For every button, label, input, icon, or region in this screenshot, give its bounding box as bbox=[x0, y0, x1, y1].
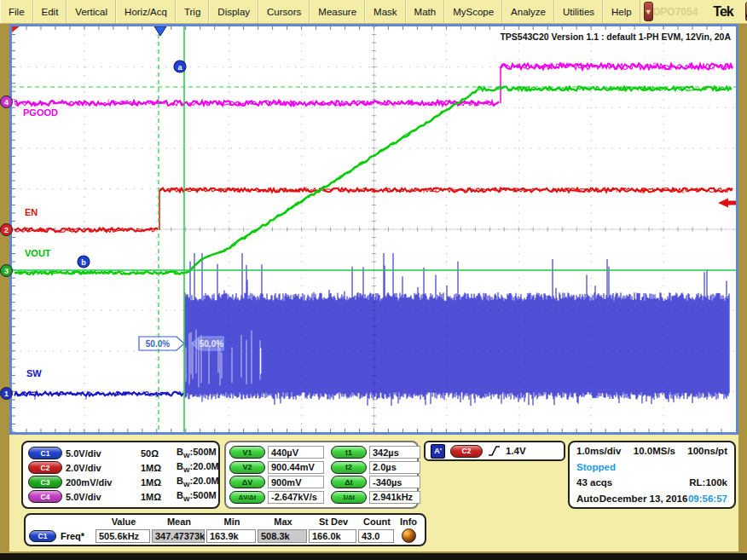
channel-setting-row-c4: C45.0V/div1MΩBW:500M bbox=[28, 489, 219, 504]
cursor-value: 900mV bbox=[268, 476, 324, 488]
menu-item-edit[interactable]: Edit bbox=[33, 0, 67, 23]
channel-settings-panel: C15.0V/div50ΩBW:500MC22.0V/div1MΩBW:20.0… bbox=[21, 441, 220, 509]
channel-impedance: 1MΩ bbox=[141, 477, 177, 488]
horizontal-info-panel: 1.0ms/div 10.0MS/s 100ns/pt Stopped 43 a… bbox=[568, 441, 736, 509]
cursor-row-voltage: ΔV900mV bbox=[229, 475, 324, 490]
cursor-value: 342µs bbox=[369, 446, 420, 459]
channel-pill-c1[interactable]: C1 bbox=[28, 447, 62, 459]
corner-marker bbox=[12, 26, 20, 32]
measurement-stdev: 166.0k bbox=[309, 529, 356, 543]
channel-1-badge[interactable]: 1 bbox=[0, 387, 13, 400]
measurement-header-spacer bbox=[29, 517, 96, 528]
measurement-header-value: Value bbox=[96, 517, 152, 528]
menu-item-trig[interactable]: Trig bbox=[176, 0, 209, 23]
channel-scale: 5.0V/div bbox=[66, 448, 141, 459]
trigger-mode: Auto bbox=[576, 494, 599, 504]
trigger-position-marker[interactable] bbox=[154, 26, 166, 36]
cursor-pill: t1 bbox=[331, 446, 367, 459]
measurement-source: C1 Freq* bbox=[29, 530, 96, 542]
cursor-value: 2.0µs bbox=[369, 461, 420, 474]
menu-item-analyze[interactable]: Analyze bbox=[502, 0, 554, 23]
trigger-level-value: 1.4V bbox=[506, 446, 526, 456]
cursor-time-column: t1342µst22.0µsΔt-340µs1/Δt2.941kHz bbox=[331, 445, 420, 505]
menu-item-myscope[interactable]: MyScope bbox=[444, 0, 502, 23]
channel-2-badge[interactable]: 2 bbox=[0, 223, 13, 236]
cursor-value: -340µs bbox=[369, 476, 420, 488]
menu-item-vertical[interactable]: Vertical bbox=[67, 0, 116, 23]
cursor-row-voltage: ΔV/Δt-2.647kV/s bbox=[229, 490, 324, 505]
measurement-header-st-dev: St Dev bbox=[309, 517, 358, 528]
bottom-bezel bbox=[0, 553, 747, 560]
resolution-value: 100ns/pt bbox=[687, 446, 727, 456]
cursor-row-time: 1/Δt2.941kHz bbox=[331, 490, 420, 505]
trace-label-pgood: PGOOD bbox=[23, 107, 58, 118]
channel-3-badge[interactable]: 3 bbox=[0, 264, 13, 277]
measurement-header-info: Info bbox=[396, 517, 421, 528]
cursor-value: -2.647kV/s bbox=[268, 491, 324, 504]
trigger-level-arrow[interactable] bbox=[718, 199, 736, 208]
channel-impedance: 1MΩ bbox=[141, 492, 177, 502]
channel-setting-row-c2: C22.0V/div1MΩBW:20.0M bbox=[28, 460, 219, 475]
cursor-b-label: b bbox=[81, 258, 86, 267]
scope-model-label: DPO7054 bbox=[653, 6, 698, 18]
trace-label-sw: SW bbox=[26, 368, 42, 378]
cursor-pill: 1/Δt bbox=[331, 491, 367, 504]
channel-4-badge[interactable]: 4 bbox=[0, 95, 13, 108]
measurement-table-row: C1 Freq* 505.6kHz 347.47373k 163.9k 508.… bbox=[29, 528, 421, 543]
cursor-row-voltage: V1440µV bbox=[229, 445, 324, 460]
cursor-pill: V1 bbox=[229, 446, 265, 459]
screen-annotation: TPS543C20 Version 1.1 : default 1-PH EVM… bbox=[500, 32, 731, 42]
channel-pill-c4[interactable]: C4 bbox=[28, 490, 62, 503]
measurement-count: 43.0 bbox=[358, 529, 394, 543]
trigger-a-icon: A' bbox=[431, 444, 445, 459]
measurement-table: ValueMeanMinMaxSt DevCountInfo C1 Freq* … bbox=[24, 513, 426, 546]
channel-setting-row-c3: C3200mV/div1MΩBW:20.0M bbox=[28, 475, 219, 489]
menu-item-display[interactable]: Display bbox=[209, 0, 258, 23]
date-value: December 13, 2016 bbox=[599, 494, 688, 504]
cursor-pill: V2 bbox=[229, 461, 265, 474]
menu-item-cursors[interactable]: Cursors bbox=[258, 0, 310, 23]
cursor-callout-left-label: 50.0% bbox=[146, 339, 170, 349]
time-value: 09:56:57 bbox=[688, 494, 727, 504]
measurement-channel-pill: C1 bbox=[29, 530, 56, 542]
measurement-info-icon[interactable] bbox=[402, 528, 416, 543]
cursor-value: 2.941kHz bbox=[369, 491, 420, 504]
cursor-value: 900.44mV bbox=[268, 461, 324, 474]
cursor-pill: Δt bbox=[331, 476, 367, 488]
cursor-pill: ΔV/Δt bbox=[229, 491, 265, 504]
menu-overflow-button[interactable]: ▼ bbox=[644, 2, 653, 21]
cursor-callout-right-label: 50.0% bbox=[200, 339, 223, 349]
waveform-display[interactable]: 50.0% 50.0% a b PGOOD EN VOUT SW TPS543C… bbox=[9, 24, 738, 435]
timebase-value: 1.0ms/div bbox=[576, 446, 621, 456]
cursor-readout-panel: V1440µVV2900.44mVΔV900mVΔV/Δt-2.647kV/s … bbox=[224, 441, 419, 509]
channel-scale: 5.0V/div bbox=[66, 492, 141, 502]
channel-pill-c3[interactable]: C3 bbox=[28, 476, 62, 488]
cursor-row-voltage: V2900.44mV bbox=[229, 460, 324, 476]
measurement-max: 508.3k bbox=[258, 529, 307, 543]
measurement-table-header: ValueMeanMinMaxSt DevCountInfo bbox=[29, 517, 421, 528]
measurement-header-mean: Mean bbox=[152, 517, 206, 528]
menu-item-file[interactable]: File bbox=[0, 0, 33, 23]
cursor-voltage-column: V1440µVV2900.44mVΔV900mVΔV/Δt-2.647kV/s bbox=[229, 445, 324, 505]
measurement-mean: 347.47373k bbox=[152, 529, 205, 543]
menu-item-help[interactable]: Help bbox=[603, 0, 640, 23]
channel-impedance: 1MΩ bbox=[141, 463, 177, 473]
sample-rate-value: 10.0MS/s bbox=[634, 446, 675, 456]
menu-item-utilities[interactable]: Utilities bbox=[554, 0, 603, 23]
channel-scale: 2.0V/div bbox=[66, 463, 141, 473]
menu-item-math[interactable]: Math bbox=[406, 0, 445, 23]
cursor-pill: t2 bbox=[331, 461, 367, 474]
measurement-header-min: Min bbox=[206, 517, 258, 528]
cursor-row-time: Δt-340µs bbox=[331, 475, 420, 490]
menu-item-horiz-acq[interactable]: Horiz/Acq bbox=[116, 0, 176, 23]
menu-item-measure[interactable]: Measure bbox=[310, 0, 365, 23]
trace-label-en: EN bbox=[25, 207, 38, 217]
scope-graticule[interactable]: 50.0% 50.0% a b PGOOD EN VOUT SW TPS543C… bbox=[12, 26, 736, 432]
channel-impedance: 50Ω bbox=[141, 448, 177, 459]
measurement-name: Freq* bbox=[61, 531, 84, 541]
channel-bandwidth: BW:500M bbox=[177, 490, 219, 503]
channel-pill-c2[interactable]: C2 bbox=[28, 461, 62, 474]
menu-item-mask[interactable]: Mask bbox=[365, 0, 405, 23]
cursor-row-time: t22.0µs bbox=[331, 460, 420, 476]
channel-setting-row-c1: C15.0V/div50ΩBW:500M bbox=[28, 446, 219, 460]
